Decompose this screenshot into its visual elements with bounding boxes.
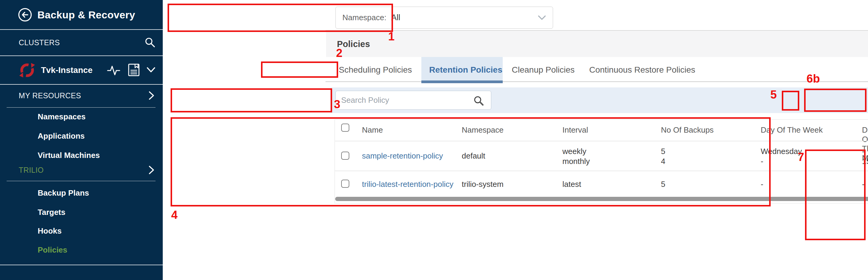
sidebar-section-my-resources[interactable]: MY RESOURCES xyxy=(19,91,81,100)
annotation-label-5: 5 xyxy=(770,88,777,101)
cell-no-of-backups: 5 xyxy=(661,179,665,189)
col-header-name: Name xyxy=(362,125,383,135)
divider xyxy=(335,141,868,142)
annotation-label-4: 4 xyxy=(171,209,178,221)
policy-name-link[interactable]: trilio-latest-retention-policy xyxy=(362,179,453,189)
namespace-label: Namespace: xyxy=(342,13,386,22)
cell-day-of-week: - xyxy=(761,179,764,189)
annotation-label-1: 1 xyxy=(388,30,395,43)
annotation-label-7: 7 xyxy=(798,151,804,164)
namespace-value: All xyxy=(391,13,400,22)
cell-day-of-month: - xyxy=(862,179,865,189)
sidebar: Backup & Recovery CLUSTERS Tvk-Instance xyxy=(0,0,163,280)
app-title: Backup & Recovery xyxy=(37,9,135,21)
divider xyxy=(0,265,163,265)
cell-namespace: default xyxy=(462,151,485,161)
cluster-instance-name[interactable]: Tvk-Instance xyxy=(41,65,93,75)
tab-scheduling-policies[interactable]: Scheduling Policies xyxy=(339,65,412,75)
sidebar-item-hooks[interactable]: Hooks xyxy=(38,226,61,236)
row-checkbox[interactable] xyxy=(341,180,349,188)
divider xyxy=(0,29,163,30)
col-header-interval: Interval xyxy=(562,125,588,135)
tab-retention-policies[interactable]: Retention Policies xyxy=(429,65,502,75)
page-title-strip xyxy=(326,31,868,57)
health-pulse-icon[interactable] xyxy=(107,64,120,76)
app-window: Backup & Recovery CLUSTERS Tvk-Instance xyxy=(0,0,868,280)
annotation-label-2: 2 xyxy=(336,47,342,60)
tab-continuous-restore-policies[interactable]: Continuous Restore Policies xyxy=(589,65,695,75)
trilio-chevron-right-icon[interactable] xyxy=(148,165,155,175)
tab-active-underline xyxy=(421,81,503,83)
col-header-day-of-week: Day Of The Week xyxy=(761,125,823,135)
divider xyxy=(0,56,163,56)
sidebar-item-namespaces[interactable]: Namespaces xyxy=(38,112,86,121)
sidebar-item-backup-plans[interactable]: Backup Plans xyxy=(38,188,89,198)
instance-chevron-down-icon[interactable] xyxy=(147,67,156,73)
divider xyxy=(7,107,156,107)
col-header-no-of-backups: No Of Backups xyxy=(661,125,714,135)
col-header-namespace: Namespace xyxy=(462,125,504,135)
sidebar-item-targets[interactable]: Targets xyxy=(38,208,65,217)
sidebar-item-applications[interactable]: Applications xyxy=(38,131,85,141)
cluster-search-icon[interactable] xyxy=(144,36,156,49)
policy-search-input[interactable] xyxy=(341,91,468,110)
trilio-logo-icon xyxy=(19,62,36,79)
divider xyxy=(7,181,156,181)
cell-day-of-week: Wednesday- xyxy=(761,147,802,166)
sidebar-section-trilio[interactable]: TRILIO xyxy=(19,166,44,175)
policy-search-box xyxy=(336,91,491,110)
annotation-label-6b: 6b xyxy=(807,72,820,85)
back-button[interactable] xyxy=(18,8,32,22)
main-content: Namespace: All Policies Sch xyxy=(163,0,868,280)
sidebar-item-virtual-machines[interactable]: Virtual Machines xyxy=(38,151,100,160)
divider xyxy=(0,84,163,85)
sidebar-item-policies[interactable]: Policies xyxy=(38,245,67,255)
tab-cleanup-policies[interactable]: Cleanup Policies xyxy=(512,65,575,75)
namespace-chevron-down-icon[interactable] xyxy=(538,15,546,21)
my-resources-chevron-right-icon[interactable] xyxy=(148,91,155,100)
namespace-select[interactable]: Namespace: All xyxy=(336,7,553,29)
cell-interval: latest xyxy=(562,179,581,189)
search-icon[interactable] xyxy=(473,95,484,106)
cell-interval: weeklymonthly xyxy=(562,147,590,166)
divider xyxy=(335,170,868,171)
annotation-label-3: 3 xyxy=(334,98,340,111)
cell-namespace: trilio-system xyxy=(462,179,504,189)
cell-day-of-month: -15 xyxy=(862,147,868,166)
select-all-checkbox[interactable] xyxy=(341,124,349,132)
logs-book-icon[interactable] xyxy=(128,63,140,76)
horizontal-scrollbar-thumb[interactable] xyxy=(335,197,868,201)
divider xyxy=(326,82,868,82)
policy-name-link[interactable]: sample-retention-policy xyxy=(362,151,443,161)
clusters-label: CLUSTERS xyxy=(19,38,60,47)
row-checkbox[interactable] xyxy=(341,152,349,160)
cell-no-of-backups: 54 xyxy=(661,147,665,166)
